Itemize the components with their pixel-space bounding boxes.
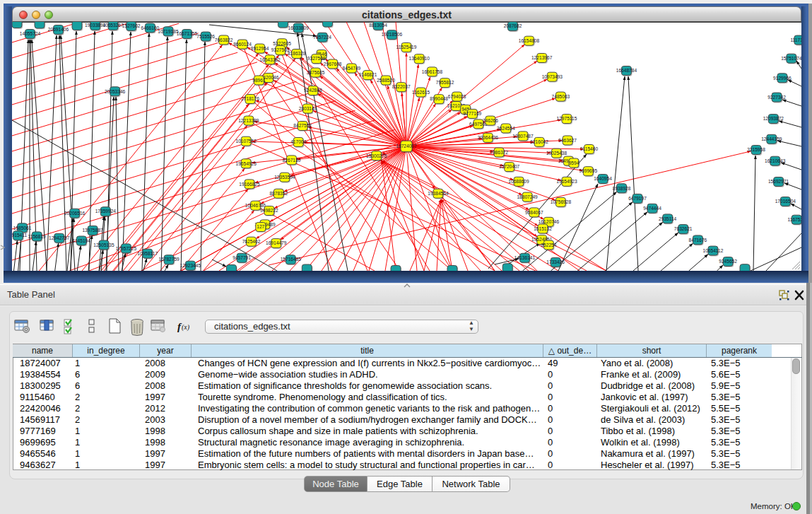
svg-text:7857224: 7857224 (313, 35, 331, 40)
svg-text:1527602: 1527602 (122, 23, 141, 28)
svg-text:2087682: 2087682 (504, 23, 522, 28)
svg-text:9457791: 9457791 (233, 255, 251, 260)
svg-text:8660124: 8660124 (233, 42, 252, 47)
svg-text:1167533: 1167533 (788, 217, 801, 222)
svg-text:20364436: 20364436 (478, 135, 499, 140)
svg-text:16543382: 16543382 (259, 57, 281, 62)
svg-text:3215958: 3215958 (747, 147, 765, 152)
svg-text:18807249: 18807249 (517, 194, 538, 199)
svg-text:18724007: 18724007 (396, 144, 417, 148)
svg-text:15692971: 15692971 (768, 179, 789, 184)
svg-text:19654925: 19654925 (236, 161, 257, 166)
svg-text:16961758: 16961758 (422, 69, 443, 74)
svg-text:12213967: 12213967 (531, 55, 553, 60)
svg-text:17359924: 17359924 (95, 209, 117, 214)
svg-text:15716485: 15716485 (281, 257, 302, 262)
svg-text:1733426: 1733426 (546, 259, 565, 264)
svg-text:2935114: 2935114 (659, 216, 677, 221)
svg-text:16154808: 16154808 (519, 38, 540, 43)
svg-text:1615132: 1615132 (534, 226, 552, 231)
svg-text:9245652: 9245652 (719, 259, 737, 264)
svg-text:7986372: 7986372 (490, 150, 508, 155)
svg-text:8471676: 8471676 (689, 238, 707, 243)
svg-text:10756928: 10756928 (551, 199, 572, 204)
svg-text:1162615: 1162615 (412, 90, 430, 95)
svg-text:20691406: 20691406 (48, 27, 69, 32)
svg-text:8990448: 8990448 (430, 96, 448, 101)
svg-text:15751074: 15751074 (781, 56, 801, 61)
svg-text:(x): (x) (182, 323, 190, 332)
svg-text:10653267: 10653267 (102, 23, 124, 28)
svg-text:9463627: 9463627 (558, 138, 577, 143)
svg-text:12444159: 12444159 (761, 136, 782, 141)
svg-text:15720407: 15720407 (499, 164, 520, 169)
svg-text:10807487: 10807487 (512, 134, 534, 139)
svg-text:9594: 9594 (569, 160, 579, 165)
svg-text:127: 127 (257, 224, 264, 229)
svg-text:12353594: 12353594 (274, 175, 295, 180)
svg-text:3875685: 3875685 (307, 70, 325, 75)
svg-text:16914479: 16914479 (266, 240, 287, 245)
svg-text:8267130: 8267130 (283, 158, 301, 163)
svg-text:16648784: 16648784 (616, 68, 637, 73)
svg-text:14055724: 14055724 (20, 31, 41, 36)
svg-text:10973493: 10973493 (542, 74, 563, 79)
svg-text:17957225: 17957225 (116, 246, 137, 251)
svg-text:10046786: 10046786 (245, 203, 266, 208)
svg-text:5322605: 5322605 (273, 41, 291, 46)
svg-text:1585061: 1585061 (13, 226, 32, 230)
svg-text:6216042: 6216042 (530, 139, 548, 144)
svg-text:16782759: 16782759 (158, 257, 180, 262)
svg-text:8938928: 8938928 (613, 186, 631, 191)
svg-text:12975115: 12975115 (556, 116, 577, 121)
svg-text:9474444: 9474444 (643, 206, 661, 211)
svg-text:7632621: 7632621 (674, 226, 693, 231)
svg-text:8912954: 8912954 (251, 46, 269, 51)
svg-text:6466160: 6466160 (141, 25, 160, 30)
svg-text:10958117: 10958117 (137, 251, 158, 256)
svg-text:8427552: 8427552 (293, 123, 312, 128)
svg-text:7955812: 7955812 (436, 80, 454, 85)
svg-text:10654112: 10654112 (702, 248, 723, 253)
svg-text:9327503: 9327503 (271, 47, 290, 52)
svg-text:8186328: 8186328 (288, 51, 306, 56)
svg-text:8878352: 8878352 (269, 191, 288, 196)
svg-text:19654923: 19654923 (556, 179, 577, 184)
svg-text:12093872: 12093872 (763, 116, 784, 121)
svg-text:19218506: 19218506 (382, 32, 403, 37)
svg-text:8813054: 8813054 (369, 23, 387, 28)
svg-text:12213389: 12213389 (238, 118, 259, 123)
svg-text:3624554: 3624554 (497, 126, 515, 131)
svg-text:2718176: 2718176 (241, 96, 259, 101)
svg-text:16033809: 16033809 (288, 25, 310, 30)
svg-text:19384554: 19384554 (428, 191, 449, 196)
svg-text:12505135: 12505135 (93, 243, 114, 247)
svg-text:9327508: 9327508 (307, 56, 326, 61)
svg-text:17016504: 17016504 (775, 199, 796, 204)
svg-text:9699695: 9699695 (579, 168, 597, 173)
svg-text:13640910: 13640910 (409, 56, 430, 61)
svg-text:3915411: 3915411 (12, 233, 27, 238)
svg-text:10107552: 10107552 (236, 139, 257, 144)
svg-text:1640954: 1640954 (594, 176, 612, 181)
svg-text:20053346: 20053346 (105, 89, 126, 94)
svg-text:20206516: 20206516 (64, 211, 86, 216)
svg-text:9498222: 9498222 (260, 208, 278, 213)
svg-text:6794028: 6794028 (448, 94, 466, 99)
svg-text:8454749: 8454749 (343, 66, 361, 71)
svg-text:7485063: 7485063 (552, 94, 570, 99)
svg-text:98961: 98961 (252, 78, 266, 83)
svg-text:746266: 746266 (483, 118, 498, 123)
svg-text:16210643: 16210643 (765, 158, 786, 163)
svg-text:1117195: 1117195 (790, 37, 801, 42)
svg-text:14136141: 14136141 (514, 255, 536, 260)
svg-text:9242848: 9242848 (304, 88, 322, 93)
svg-text:11525419: 11525419 (396, 45, 417, 49)
svg-text:13975887: 13975887 (82, 228, 103, 233)
svg-text:16671355: 16671355 (177, 31, 198, 36)
svg-text:9146821: 9146821 (359, 72, 377, 77)
svg-text:7625402: 7625402 (242, 239, 261, 244)
svg-text:7663822: 7663822 (215, 37, 233, 42)
svg-text:10688609: 10688609 (508, 179, 529, 184)
svg-text:9227342: 9227342 (767, 95, 786, 100)
